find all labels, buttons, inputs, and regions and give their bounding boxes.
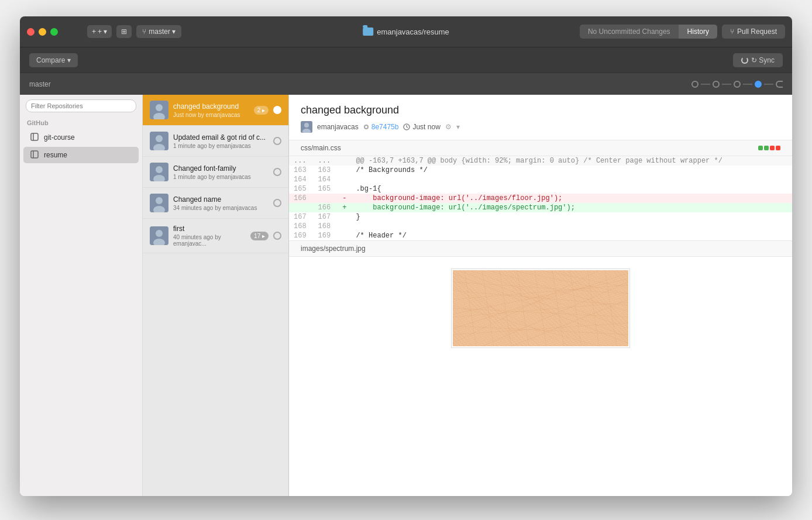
current-branch-label: master <box>29 80 51 88</box>
commit-item-updated-email[interactable]: Updated email & got rid of c... 1 minute… <box>143 126 288 157</box>
svg-line-35 <box>465 270 476 346</box>
commit-avatar-2 <box>150 132 168 150</box>
titlebar-center: emanjavacas/resume <box>363 27 449 36</box>
expand-arrow-icon[interactable]: ▾ <box>456 123 460 131</box>
diff-row-165: 165 165 .bg-1{ <box>289 184 792 194</box>
diff-marker-green2 <box>764 146 769 150</box>
svg-line-30 <box>453 285 628 299</box>
layout-button[interactable]: ⊞ <box>116 25 132 38</box>
svg-line-37 <box>500 270 511 346</box>
svg-line-31 <box>453 308 628 317</box>
commit-circle-5 <box>273 232 281 240</box>
settings-gear-icon[interactable]: ⚙ <box>445 123 452 131</box>
svg-rect-2 <box>31 151 38 158</box>
svg-line-34 <box>453 323 628 335</box>
svg-line-51 <box>453 273 628 343</box>
timeline-dot-5 <box>776 81 783 88</box>
commit-item-changed-font-family[interactable]: Changed font-family 1 minute ago by eman… <box>143 157 288 188</box>
compare-button[interactable]: Compare ▾ <box>29 53 78 67</box>
diff-row-169: 169 169 /* Header */ <box>289 231 792 240</box>
sidebar: GitHub git-course resume <box>20 95 143 496</box>
commit-badge-1: 2 ▸ <box>254 106 269 115</box>
diff-marker-red <box>770 146 775 150</box>
diff-marker-green <box>758 146 763 150</box>
timeline-line-4 <box>764 84 773 85</box>
sidebar-item-git-course[interactable]: git-course <box>23 129 139 146</box>
close-button[interactable] <box>27 28 35 36</box>
history-button[interactable]: History <box>679 25 717 39</box>
commit-avatar-3 <box>150 163 168 181</box>
commit-time: Just now <box>403 123 440 131</box>
detail-scroll[interactable]: css/main.css ... ... <box>289 140 792 496</box>
svg-point-20 <box>304 123 309 128</box>
svg-line-46 <box>453 305 599 346</box>
sync-button[interactable]: ↻ Sync <box>733 53 783 67</box>
timeline-dot-4 <box>755 81 762 88</box>
commit-circle-1 <box>273 106 281 114</box>
time-value: Just now <box>412 123 440 131</box>
filter-wrap <box>20 95 142 117</box>
diff-row-168: 168 168 <box>289 222 792 231</box>
sync-label: ↻ Sync <box>751 56 775 64</box>
app-window: + + ▾ ⊞ ⑂ master ▾ emanjavacas/resume No… <box>20 16 792 496</box>
diff-row-163: 163 163 /* Backgrounds */ <box>289 166 792 175</box>
svg-line-39 <box>535 270 546 346</box>
commit-item-changed-background[interactable]: changed background Just now by emanjavac… <box>143 95 288 126</box>
sidebar-item-resume[interactable]: resume <box>23 147 139 163</box>
commit-circle-4 <box>273 199 281 207</box>
svg-rect-58 <box>453 270 628 346</box>
svg-line-55 <box>453 270 599 343</box>
diff-markers <box>758 146 780 150</box>
detail-panel: changed background emanjavacas <box>289 95 792 496</box>
timeline-line-2 <box>722 84 731 85</box>
detail-header: changed background emanjavacas <box>289 95 792 140</box>
svg-line-45 <box>453 288 570 346</box>
traffic-lights <box>27 28 58 36</box>
image-file-header: images/spectrum.jpg <box>289 240 792 257</box>
branch-button[interactable]: ⑂ master ▾ <box>136 25 181 38</box>
spectrum-image <box>453 270 628 346</box>
svg-line-36 <box>482 270 494 346</box>
titlebar: + + ▾ ⊞ ⑂ master ▾ emanjavacas/resume No… <box>20 16 792 47</box>
commit-item-first[interactable]: first 40 minutes ago by emanjavac... 17 … <box>143 219 288 253</box>
svg-rect-27 <box>453 270 628 346</box>
commit-avatar-5 <box>150 226 168 245</box>
hash-value: 8e7475b <box>371 123 399 131</box>
svg-line-32 <box>453 302 628 317</box>
timeline-dot-3 <box>734 81 741 88</box>
svg-line-38 <box>517 270 529 346</box>
svg-line-33 <box>453 326 628 335</box>
svg-line-48 <box>488 270 628 311</box>
add-button[interactable]: + + ▾ <box>87 25 112 38</box>
commit-title-2: Updated email & got rid of c... <box>173 133 271 142</box>
filter-input[interactable] <box>26 99 136 112</box>
uncommitted-button[interactable]: No Uncommitted Changes <box>580 25 679 39</box>
minimize-button[interactable] <box>39 28 46 36</box>
timeline-line-1 <box>701 84 710 85</box>
add-label: + ▾ <box>98 27 107 36</box>
svg-line-41 <box>570 270 582 346</box>
commit-circle-2 <box>273 137 281 145</box>
pull-request-button[interactable]: ⑂ Pull Request <box>722 25 785 39</box>
svg-line-54 <box>453 273 628 329</box>
context-header-code: @@ -163,7 +163,7 @@ body {width: 92%; ma… <box>351 156 792 166</box>
svg-line-43 <box>605 270 617 346</box>
maximize-button[interactable] <box>50 28 58 36</box>
svg-line-28 <box>453 282 628 294</box>
sync-icon <box>741 57 748 64</box>
commit-info-3: Changed font-family 1 minute ago by eman… <box>173 164 271 180</box>
commit-info-5: first 40 minutes ago by emanjavac... <box>173 225 250 247</box>
branch-icon: ⑂ <box>142 27 146 36</box>
commit-item-changed-name[interactable]: Changed name 34 minutes ago by emanjavac… <box>143 188 288 219</box>
titlebar-actions: + + ▾ ⊞ ⑂ master ▾ <box>87 25 181 38</box>
svg-point-14 <box>156 197 163 204</box>
repo-icon <box>30 133 40 142</box>
layout-icon: ⊞ <box>121 27 127 36</box>
timeline-dot-2 <box>713 81 720 88</box>
commit-circle-3 <box>273 168 281 176</box>
commit-info-2: Updated email & got rid of c... 1 minute… <box>173 133 271 149</box>
svg-point-5 <box>156 104 163 111</box>
timeline-line-3 <box>743 84 752 85</box>
svg-line-26 <box>407 127 408 128</box>
commit-subtitle-1: Just now by emanjavacas <box>173 112 254 118</box>
